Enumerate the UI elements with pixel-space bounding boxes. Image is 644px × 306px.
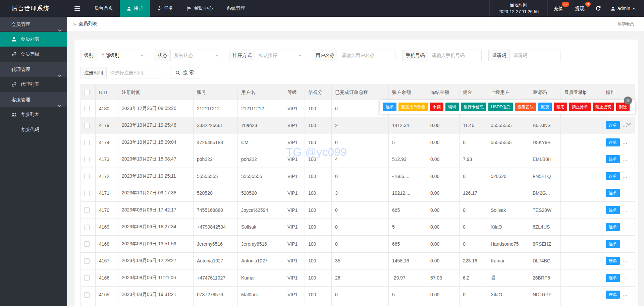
- cell: 0.00: [427, 219, 460, 236]
- chain-order-button[interactable]: 连单: [606, 172, 620, 180]
- chain-order-button[interactable]: 连单: [606, 223, 620, 231]
- sidebar-group-客服管理[interactable]: 客服管理: [0, 92, 67, 107]
- row-checkbox[interactable]: [84, 157, 90, 162]
- popup-button-重置抢单数量[interactable]: 重置抢单数量: [398, 103, 428, 111]
- cell: 0: [332, 286, 389, 303]
- chain-order-button[interactable]: 连单: [606, 257, 620, 265]
- nav-item-用户[interactable]: 用户: [120, 0, 150, 17]
- filter-text-input[interactable]: [428, 50, 482, 61]
- filter-text-input[interactable]: [509, 50, 560, 61]
- row-checkbox[interactable]: [84, 275, 90, 281]
- nav-item-任务[interactable]: 任务: [150, 0, 180, 17]
- cell: [561, 185, 602, 202]
- nav-item-后台首页[interactable]: 后台首页: [88, 0, 120, 17]
- menu-toggle-icon[interactable]: [67, 0, 88, 17]
- member-table: UID注册时间账号用户名等级信誉分已完成订单总数账户余额冻结金额佣金上级用户邀请…: [80, 84, 635, 306]
- filter-select-排序方式: 排序方式默认排序: [229, 50, 305, 61]
- popup-button-查看团队[interactable]: 查看团队: [515, 103, 536, 111]
- cell: 2: [332, 117, 389, 134]
- cell: 1458.16: [389, 252, 427, 269]
- chain-order-button[interactable]: 连单: [606, 189, 620, 197]
- filter-select-value[interactable]: 全部级别: [97, 50, 147, 61]
- row-checkbox[interactable]: [84, 174, 90, 179]
- chevron-down-icon: [58, 68, 62, 71]
- popup-button-账变[interactable]: 账变: [538, 103, 552, 111]
- sidebar-item-label: 客服代码: [20, 127, 39, 133]
- popup-button-编辑[interactable]: 编辑: [445, 103, 459, 111]
- cell: 26: [332, 269, 389, 287]
- close-icon[interactable]: ✕: [624, 97, 632, 105]
- withdraw-button[interactable]: 提现 0: [569, 0, 591, 17]
- sidebar-group-会员管理[interactable]: 会员管理: [0, 17, 67, 32]
- cell: [561, 117, 602, 134]
- filter-label: 注册时间: [80, 67, 106, 78]
- add-member-button[interactable]: 添加会员: [614, 19, 638, 29]
- refresh-icon[interactable]: [591, 6, 606, 11]
- row-checkbox[interactable]: [84, 191, 90, 196]
- filter-select-value[interactable]: 所有状态: [170, 50, 222, 61]
- popup-button-连单[interactable]: 连单: [383, 103, 396, 111]
- sidebar-item-代理列表[interactable]: 代理列表: [0, 77, 67, 92]
- more-actions-button[interactable]: ...: [623, 275, 628, 280]
- popup-button-USDT信息[interactable]: USDT信息: [488, 103, 513, 111]
- local-time-value: 2023-12-27 11:26:55: [498, 8, 539, 15]
- more-actions-button[interactable]: ...: [623, 292, 628, 297]
- chain-order-button[interactable]: 连单: [606, 240, 620, 248]
- row-checkbox[interactable]: [84, 292, 90, 298]
- cell: 0: [332, 236, 389, 253]
- row-checkbox[interactable]: [84, 106, 90, 111]
- popup-button-银行卡信息[interactable]: 银行卡信息: [461, 103, 486, 111]
- nav-item-帮助中心[interactable]: 帮助中心: [180, 0, 220, 17]
- chain-order-button[interactable]: 连单: [606, 274, 620, 282]
- sidebar-group-label: 客服管理: [11, 97, 30, 102]
- sidebar-item-会员列表[interactable]: 会员列表: [0, 32, 67, 47]
- sidebar-item-客服代码[interactable]: 客服代码: [0, 122, 67, 137]
- chain-order-button[interactable]: 连单: [606, 155, 620, 163]
- cell: [81, 303, 96, 306]
- popup-button-禁用[interactable]: 禁用: [554, 103, 567, 111]
- search-button[interactable]: 搜 索: [170, 67, 199, 78]
- more-actions-button[interactable]: ...: [623, 156, 628, 162]
- chain-order-button[interactable]: 连单: [606, 138, 620, 146]
- cell: EMLB8H: [529, 151, 561, 168]
- row-checkbox[interactable]: [84, 241, 90, 247]
- cell: 0.00: [427, 168, 460, 185]
- row-checkbox[interactable]: [84, 123, 90, 128]
- select-all-checkbox[interactable]: [84, 90, 90, 95]
- row-checkbox[interactable]: [84, 207, 90, 213]
- register-date-input[interactable]: [106, 67, 163, 78]
- more-actions-button[interactable]: ...: [623, 224, 628, 229]
- more-actions-button[interactable]: ...: [623, 139, 628, 145]
- popup-button-禁止抢单[interactable]: 禁止抢单: [569, 103, 591, 111]
- select-value-text: 所有状态: [174, 53, 193, 58]
- nav-item-系统管理[interactable]: 系统管理: [220, 0, 252, 17]
- more-actions-button[interactable]: ...: [623, 207, 628, 212]
- cell: DL74BG: [529, 252, 561, 269]
- cell: B6DJNS: [529, 117, 561, 134]
- column-header: 注册时间: [118, 85, 194, 100]
- recharge-button[interactable]: 充值 32: [548, 0, 569, 17]
- cell: 0: [460, 236, 487, 253]
- sidebar-item-会员等级[interactable]: 会员等级: [0, 47, 67, 62]
- more-actions-button[interactable]: ...: [623, 190, 628, 195]
- member-list-card: 级别全部级别状态所有状态排序方式默认排序用户名称手机号码邀请码 注册时间搜 索 …: [74, 40, 638, 306]
- row-checkbox[interactable]: [84, 140, 90, 145]
- filter-text-input[interactable]: [338, 50, 395, 61]
- chain-order-button[interactable]: 连单: [606, 291, 620, 299]
- chain-order-button[interactable]: 连单: [606, 121, 620, 129]
- more-actions-button[interactable]: ...: [623, 173, 628, 179]
- chevron-down-icon[interactable]: [626, 121, 631, 125]
- user-menu[interactable]: admin: [606, 6, 644, 11]
- more-actions-button[interactable]: ...: [623, 258, 628, 263]
- popup-button-禁止提现[interactable]: 禁止提现: [593, 103, 614, 111]
- filter-select-value[interactable]: 默认排序: [255, 50, 305, 61]
- chain-order-button[interactable]: 连单: [606, 206, 620, 214]
- popup-button-余额[interactable]: 余额: [430, 103, 443, 111]
- row-checkbox[interactable]: [84, 258, 90, 264]
- sidebar-item-客服列表[interactable]: 客服列表: [0, 107, 67, 122]
- page-title: 会员列表: [78, 21, 97, 27]
- more-actions-button[interactable]: ...: [623, 241, 628, 246]
- top-navbar: 后台管理系统 后台首页用户任务帮助中心系统管理 当地时间 2023-12-27 …: [0, 0, 644, 17]
- row-checkbox[interactable]: [84, 225, 90, 230]
- sidebar-group-代理管理[interactable]: 代理管理: [0, 62, 67, 77]
